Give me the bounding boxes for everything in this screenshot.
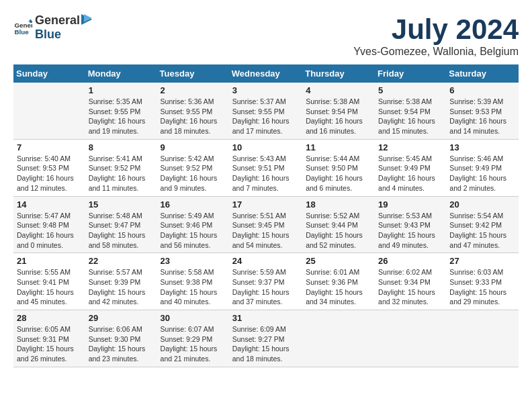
cell-text-line: and 0 minutes. <box>17 240 82 250</box>
cell-text-line: and 15 minutes. <box>378 126 443 136</box>
calendar-table: SundayMondayTuesdayWednesdayThursdayFrid… <box>13 64 519 367</box>
calendar-cell: 20Sunrise: 5:54 AMSunset: 9:42 PMDayligh… <box>446 196 519 253</box>
day-info: Sunrise: 5:54 AMSunset: 9:42 PMDaylight:… <box>449 211 515 250</box>
cell-text-line: Daylight: 15 hours <box>89 344 154 354</box>
cell-text-line: and 18 minutes. <box>161 126 226 136</box>
day-number: 14 <box>17 199 82 210</box>
calendar-cell: 29Sunrise: 6:06 AMSunset: 9:30 PMDayligh… <box>85 310 157 367</box>
cell-text-line: and 29 minutes. <box>449 297 515 307</box>
cell-text-line: Sunset: 9:52 PM <box>161 163 226 173</box>
day-number: 2 <box>161 85 226 95</box>
calendar-cell <box>13 83 85 139</box>
cell-text-line: Sunrise: 5:51 AM <box>232 211 299 221</box>
day-info: Sunrise: 6:06 AMSunset: 9:30 PMDaylight:… <box>89 324 154 364</box>
day-info: Sunrise: 5:42 AMSunset: 9:52 PMDaylight:… <box>161 154 226 193</box>
day-number: 6 <box>449 85 515 95</box>
calendar-cell: 14Sunrise: 5:47 AMSunset: 9:48 PMDayligh… <box>13 196 85 253</box>
cell-text-line: Sunrise: 5:48 AM <box>89 211 154 221</box>
cell-text-line: and 26 minutes. <box>17 354 82 364</box>
cell-text-line: Sunset: 9:55 PM <box>232 107 299 117</box>
cell-text-line: Sunset: 9:27 PM <box>232 334 299 345</box>
calendar-cell: 19Sunrise: 5:53 AMSunset: 9:43 PMDayligh… <box>375 196 446 253</box>
day-info: Sunrise: 5:45 AMSunset: 9:49 PMDaylight:… <box>378 154 443 193</box>
cell-text-line: and 9 minutes. <box>161 183 226 193</box>
day-info: Sunrise: 5:47 AMSunset: 9:48 PMDaylight:… <box>17 211 82 250</box>
cell-text-line: Sunset: 9:49 PM <box>449 163 515 173</box>
cell-text-line: and 4 minutes. <box>378 183 443 193</box>
cell-text-line: Sunset: 9:39 PM <box>89 277 154 287</box>
cell-text-line: Sunset: 9:47 PM <box>89 220 154 230</box>
day-info: Sunrise: 6:03 AMSunset: 9:33 PMDaylight:… <box>449 267 515 307</box>
day-info: Sunrise: 5:41 AMSunset: 9:52 PMDaylight:… <box>89 154 154 193</box>
cell-text-line: and 16 minutes. <box>306 126 371 136</box>
day-number: 5 <box>378 85 443 95</box>
day-info: Sunrise: 5:49 AMSunset: 9:46 PMDaylight:… <box>161 211 226 250</box>
day-number: 15 <box>89 199 154 210</box>
header-friday: Friday <box>375 64 446 83</box>
day-info: Sunrise: 6:05 AMSunset: 9:31 PMDaylight:… <box>17 324 82 364</box>
calendar-cell: 18Sunrise: 5:52 AMSunset: 9:44 PMDayligh… <box>302 196 375 253</box>
cell-text-line: Sunrise: 6:09 AM <box>232 324 299 334</box>
calendar-cell: 11Sunrise: 5:44 AMSunset: 9:50 PMDayligh… <box>302 139 375 196</box>
calendar-cell: 8Sunrise: 5:41 AMSunset: 9:52 PMDaylight… <box>85 139 157 196</box>
cell-text-line: Sunset: 9:30 PM <box>89 334 154 345</box>
cell-text-line: Sunrise: 6:02 AM <box>378 267 443 277</box>
cell-text-line: Sunset: 9:49 PM <box>378 163 443 173</box>
cell-text-line: Sunrise: 5:58 AM <box>161 267 226 277</box>
day-info: Sunrise: 6:07 AMSunset: 9:29 PMDaylight:… <box>161 324 226 364</box>
header-tuesday: Tuesday <box>157 64 229 83</box>
cell-text-line: Sunrise: 6:07 AM <box>161 324 226 334</box>
calendar-week-row: 28Sunrise: 6:05 AMSunset: 9:31 PMDayligh… <box>13 310 519 367</box>
day-number: 23 <box>161 256 226 266</box>
cell-text-line: Daylight: 15 hours <box>89 287 154 298</box>
day-info: Sunrise: 5:35 AMSunset: 9:55 PMDaylight:… <box>89 97 154 136</box>
cell-text-line: Sunset: 9:54 PM <box>306 107 371 117</box>
calendar-week-row: 7Sunrise: 5:40 AMSunset: 9:53 PMDaylight… <box>13 139 519 196</box>
cell-text-line: Daylight: 16 hours <box>378 173 443 183</box>
calendar-cell: 22Sunrise: 5:57 AMSunset: 9:39 PMDayligh… <box>85 253 157 310</box>
cell-text-line: Daylight: 15 hours <box>232 344 299 354</box>
day-info: Sunrise: 5:43 AMSunset: 9:51 PMDaylight:… <box>232 154 299 193</box>
cell-text-line: Daylight: 16 hours <box>161 173 226 183</box>
day-info: Sunrise: 5:53 AMSunset: 9:43 PMDaylight:… <box>378 211 443 250</box>
cell-text-line: Sunrise: 5:55 AM <box>17 267 82 277</box>
day-number: 3 <box>232 85 299 95</box>
header-sunday: Sunday <box>13 64 85 83</box>
cell-text-line: Daylight: 15 hours <box>232 230 299 240</box>
cell-text-line: Sunset: 9:31 PM <box>17 334 82 345</box>
cell-text-line: Sunrise: 5:38 AM <box>378 97 443 107</box>
cell-text-line: Daylight: 16 hours <box>17 230 82 240</box>
cell-text-line: and 40 minutes. <box>161 297 226 307</box>
cell-text-line: Daylight: 15 hours <box>378 230 443 240</box>
cell-text-line: Daylight: 16 hours <box>306 116 371 126</box>
cell-text-line: and 47 minutes. <box>449 240 515 250</box>
cell-text-line: Sunset: 9:53 PM <box>449 107 515 117</box>
cell-text-line: Daylight: 16 hours <box>161 116 226 126</box>
cell-text-line: and 23 minutes. <box>89 354 154 364</box>
calendar-week-row: 21Sunrise: 5:55 AMSunset: 9:41 PMDayligh… <box>13 253 519 310</box>
cell-text-line: Sunset: 9:54 PM <box>378 107 443 117</box>
svg-text:Blue: Blue <box>14 28 29 36</box>
day-number: 21 <box>17 256 82 266</box>
calendar-cell: 13Sunrise: 5:46 AMSunset: 9:49 PMDayligh… <box>446 139 519 196</box>
cell-text-line: Sunrise: 5:40 AM <box>17 154 82 164</box>
calendar-cell: 26Sunrise: 6:02 AMSunset: 9:34 PMDayligh… <box>375 253 446 310</box>
day-number: 19 <box>378 199 443 210</box>
calendar-cell: 1Sunrise: 5:35 AMSunset: 9:55 PMDaylight… <box>85 83 157 139</box>
day-number: 16 <box>161 199 226 210</box>
cell-text-line: Sunset: 9:34 PM <box>378 277 443 287</box>
title-section: July 2024 Yves-Gomezee, Wallonia, Belgiu… <box>353 13 519 58</box>
cell-text-line: Daylight: 16 hours <box>306 173 371 183</box>
calendar-cell: 12Sunrise: 5:45 AMSunset: 9:49 PMDayligh… <box>375 139 446 196</box>
cell-text-line: Sunrise: 5:37 AM <box>232 97 299 107</box>
cell-text-line: Sunrise: 5:44 AM <box>306 154 371 164</box>
day-number: 10 <box>232 142 299 152</box>
logo-general-text: General <box>35 13 80 28</box>
day-number: 28 <box>17 313 82 323</box>
cell-text-line: Sunrise: 5:41 AM <box>89 154 154 164</box>
cell-text-line: Sunrise: 5:47 AM <box>17 211 82 221</box>
cell-text-line: and 19 minutes. <box>89 126 154 136</box>
cell-text-line: Sunset: 9:44 PM <box>306 220 371 230</box>
cell-text-line: and 6 minutes. <box>306 183 371 193</box>
cell-text-line: and 34 minutes. <box>306 297 371 307</box>
